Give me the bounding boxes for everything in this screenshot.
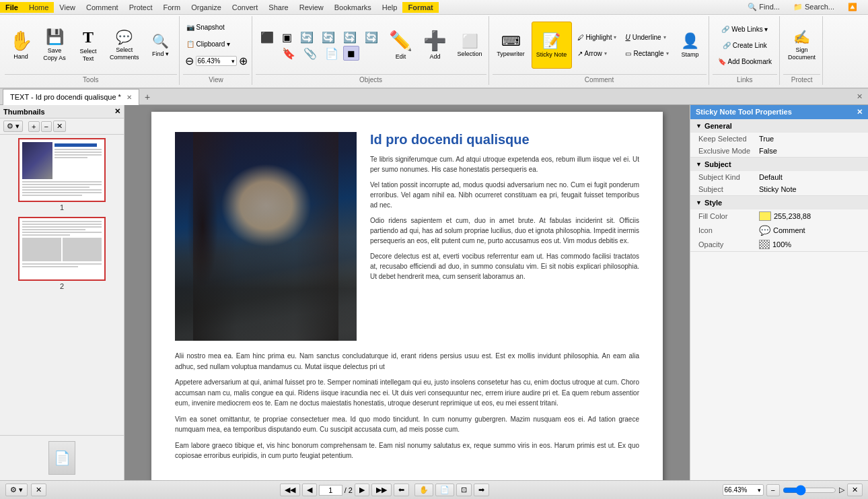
nav-icon-1[interactable]: ⬛ [257, 30, 277, 44]
objects-group-label: Objects [256, 74, 486, 84]
create-link-button[interactable]: 🔗 Create Link [719, 38, 770, 53]
menu-organize[interactable]: Organize [186, 2, 227, 13]
edit-button[interactable]: ✏️ Edit [385, 22, 417, 69]
props-subject-header[interactable]: ▼ Subject [690, 158, 868, 171]
zoom-input[interactable] [196, 57, 230, 65]
nav-icon-10[interactable]: ◼ [343, 46, 359, 61]
status-settings-btn[interactable]: ⚙ ▾ [5, 484, 28, 496]
menu-comment[interactable]: Comment [81, 2, 124, 13]
zoom-slider[interactable] [783, 485, 836, 496]
view-mode-btn[interactable]: 📄 [435, 484, 454, 496]
hand-mode-btn[interactable]: ✋ [414, 484, 433, 496]
stamp-button[interactable]: 👤 Stamp [674, 22, 707, 69]
status-end-btn[interactable]: ✕ [847, 484, 863, 496]
menu-review[interactable]: Review [294, 2, 329, 13]
nav-back-btn[interactable]: ⬅ [394, 484, 409, 496]
thumbnails-toolbar: ⚙ ▾ + − ✕ [0, 119, 124, 135]
sign-document-button[interactable]: ✍ SignDocument [783, 22, 820, 69]
find-button[interactable]: 🔍 Find... [742, 1, 785, 13]
menu-share[interactable]: Share [263, 2, 293, 13]
comment-icon-badge: 💬 [759, 225, 770, 236]
add-button[interactable]: ➕ Add [419, 22, 451, 69]
status-extra-btn[interactable]: ✕ [31, 484, 46, 496]
zoom-dropdown-arrow[interactable]: ▾ [230, 58, 236, 65]
menu-convert[interactable]: Convert [227, 2, 264, 13]
view-group-label: View [183, 74, 250, 84]
new-document-icon[interactable]: 📄 [48, 441, 75, 475]
nav-icon-6[interactable]: 🔄 [361, 30, 382, 44]
typewriter-button[interactable]: ⌨ Typewriter [493, 22, 530, 69]
web-links-label: Web Links ▾ [731, 26, 768, 33]
thumbnails-close[interactable]: ✕ [114, 107, 120, 116]
menu-home[interactable]: Home [24, 2, 54, 13]
select-comments-button[interactable]: 💬 SelectComments [106, 22, 143, 69]
thumb-settings-btn[interactable]: ⚙ ▾ [3, 121, 23, 132]
document-tab[interactable]: TEXT - Id pro docendi qualisque * ✕ [3, 89, 139, 105]
tab-close-button[interactable]: ✕ [126, 94, 132, 101]
clipboard-button[interactable]: 📋 Clipboard ▾ [183, 36, 234, 51]
web-links-button[interactable]: 🔗 Web Links ▾ [718, 22, 771, 36]
menu-form[interactable]: Form [158, 2, 186, 13]
nav-icon-8[interactable]: 📎 [300, 46, 320, 61]
page-prev-btn[interactable]: ◀ [302, 484, 317, 496]
zoom-status-input[interactable] [724, 486, 756, 494]
properties-close-button[interactable]: ✕ [857, 108, 863, 117]
thumb-zoom-out-btn[interactable]: − [41, 121, 52, 132]
zoom-plus-icon[interactable]: ⊕ [239, 55, 248, 67]
snapshot-button[interactable]: 📷 Snapshot [183, 20, 228, 34]
panel-close-button[interactable]: ✕ [857, 92, 868, 101]
tab-add-button[interactable]: + [139, 90, 155, 104]
props-opacity-row: Opacity 100% [690, 238, 868, 251]
arrow-button[interactable]: ↗ Arrow ▾ [574, 46, 620, 61]
status-extra-icon[interactable]: ▷ [839, 486, 844, 494]
protect-group-label: Protect [783, 74, 820, 84]
zoom-out-status-btn[interactable]: − [766, 484, 780, 496]
zoom-minus-icon[interactable]: ⊖ [185, 55, 194, 67]
nav-icon-4[interactable]: 🔄 [318, 30, 338, 44]
fit-btn[interactable]: ⊡ [456, 484, 472, 496]
ribbon-group-view: 📷 Snapshot 📋 Clipboard ▾ ⊖ ▾ ⊕ View [181, 16, 252, 85]
sticky-note-button[interactable]: 📝 Sticky Note [532, 22, 572, 69]
thumbnail-page-1[interactable]: 1 [18, 138, 106, 211]
select-text-button[interactable]: T SelectText [72, 22, 104, 69]
thumb-zoom-in-btn[interactable]: + [28, 121, 39, 132]
zoom-status-dropdown[interactable]: ▾ [756, 487, 762, 494]
tools-group-label: Tools [5, 74, 177, 84]
collapse-button[interactable]: 🔼 [842, 1, 863, 13]
menu-view[interactable]: View [54, 2, 81, 13]
thumb-expand-btn[interactable]: ✕ [53, 121, 66, 132]
save-label: SaveCopy As [43, 47, 66, 62]
page-first-btn[interactable]: ◀◀ [280, 484, 300, 496]
nav-icon-9[interactable]: 📄 [322, 46, 342, 61]
page-next-btn[interactable]: ▶ [355, 484, 369, 496]
selection-button[interactable]: ⬜ Selection [454, 22, 486, 69]
icon-prop-label: Icon [698, 226, 759, 234]
add-bookmark-button[interactable]: 🔖 Add Bookmark [715, 54, 776, 69]
page-last-btn[interactable]: ▶▶ [371, 484, 392, 496]
page-current-input[interactable] [319, 485, 342, 496]
menu-file[interactable]: File [0, 2, 24, 13]
nav-icon-3[interactable]: 🔄 [297, 30, 317, 44]
fill-color-swatch[interactable] [759, 211, 771, 221]
nav-icon-7[interactable]: 🔖 [279, 46, 299, 61]
props-style-header[interactable]: ▼ Style [690, 196, 868, 209]
document-canvas[interactable]: Id pro docendi qualisque Te libris signi… [124, 105, 690, 480]
search-button[interactable]: 📁 Search... [788, 1, 840, 13]
nav-icon-2[interactable]: ▣ [279, 30, 295, 44]
doc-para-1: Te libris signiferumque cum. Ad atqui ut… [370, 154, 639, 174]
nav-icon-5[interactable]: 🔄 [340, 30, 360, 44]
thumbnails-panel: Thumbnails ✕ ⚙ ▾ + − ✕ [0, 105, 124, 480]
menu-bookmarks[interactable]: Bookmarks [329, 2, 377, 13]
hand-button[interactable]: ✋ Hand [5, 22, 37, 69]
menu-help[interactable]: Help [377, 2, 403, 13]
menu-protect[interactable]: Protect [124, 2, 158, 13]
highlight-button[interactable]: 🖊 Highlight ▾ [574, 30, 620, 44]
rectangle-button[interactable]: ▭ Rectangle ▾ [622, 46, 672, 61]
nav-fwd-btn[interactable]: ➡ [474, 484, 489, 496]
props-general-header[interactable]: ▼ General [690, 119, 868, 133]
save-copy-as-button[interactable]: 💾 SaveCopy As [38, 22, 71, 69]
find-ribbon-button[interactable]: 🔍 Find ▾ [145, 22, 177, 69]
menu-format[interactable]: Format [402, 2, 438, 13]
thumbnail-page-2[interactable]: 2 [18, 217, 106, 290]
underline-button[interactable]: U Underline ▾ [622, 30, 672, 44]
